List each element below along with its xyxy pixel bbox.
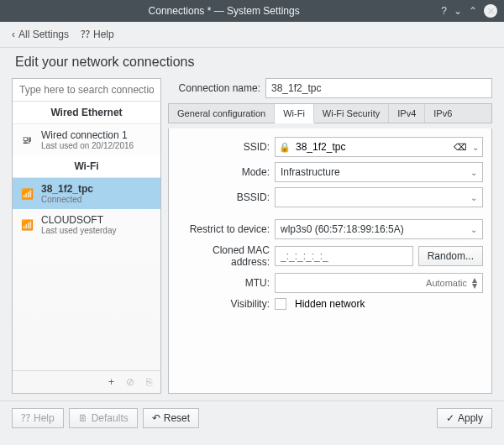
tabs: General configuration Wi-Fi Wi-Fi Securi… bbox=[168, 103, 492, 123]
wifi-icon: 📶 bbox=[19, 188, 34, 200]
mode-select[interactable]: Infrastructure ⌄ bbox=[275, 162, 483, 182]
chevron-down-icon: ⌄ bbox=[470, 168, 477, 177]
mtu-label: MTU: bbox=[177, 277, 270, 289]
lock-icon: 🔒 bbox=[279, 142, 291, 153]
restrict-label: Restrict to device: bbox=[177, 223, 270, 235]
main-panel: Connection name: General configuration W… bbox=[168, 78, 492, 394]
conn-name-label: Connection name: bbox=[168, 82, 260, 94]
apply-button[interactable]: ✓Apply bbox=[437, 408, 492, 428]
remove-connection-button[interactable]: ⊘ bbox=[126, 376, 134, 388]
mode-label: Mode: bbox=[177, 166, 270, 178]
clear-icon[interactable]: ⌫ bbox=[454, 142, 467, 153]
tab-ipv6[interactable]: IPv6 bbox=[425, 104, 460, 123]
conn-name-input[interactable] bbox=[265, 78, 492, 98]
page-title: Edit your network connections bbox=[0, 48, 504, 78]
restrict-device-select[interactable]: wlp3s0 (60:57:18:99:16:5A) ⌄ bbox=[275, 219, 483, 239]
document-icon: 🗎 bbox=[78, 412, 88, 424]
ethernet-icon: 🖳 bbox=[19, 134, 34, 146]
titlebar: Connections * — System Settings ? ⌄ ⌃ ✕ bbox=[0, 0, 504, 22]
help-icon: ⁇ bbox=[81, 29, 90, 40]
mtu-spinbox[interactable]: Automatic ▴▾ bbox=[275, 273, 483, 293]
random-mac-button[interactable]: Random... bbox=[418, 246, 483, 266]
mac-label: Cloned MAC address: bbox=[177, 244, 270, 268]
hidden-network-label: Hidden network bbox=[295, 298, 365, 310]
titlebar-controls: ? ⌄ ⌃ ✕ bbox=[441, 4, 497, 18]
breadcrumb-bar: ‹ All Settings ⁇ Help bbox=[0, 22, 504, 48]
help-icon: ⁇ bbox=[21, 412, 30, 424]
cloned-mac-input[interactable] bbox=[275, 246, 413, 266]
check-icon: ✓ bbox=[446, 412, 454, 424]
undo-icon: ↶ bbox=[152, 412, 160, 424]
tab-general[interactable]: General configuration bbox=[169, 104, 275, 123]
chevron-down-icon: ⌄ bbox=[470, 193, 477, 202]
add-connection-button[interactable]: + bbox=[108, 376, 114, 388]
close-icon[interactable]: ✕ bbox=[484, 4, 497, 18]
group-wifi-header: Wi-Fi bbox=[13, 155, 160, 178]
export-connection-button[interactable]: ⎘ bbox=[146, 376, 152, 388]
hidden-network-checkbox[interactable] bbox=[275, 298, 286, 310]
connections-sidebar: Wired Ethernet 🖳 Wired connection 1 Last… bbox=[12, 78, 161, 394]
ssid-combo[interactable]: 🔒 ⌫ ⌄ bbox=[275, 137, 483, 157]
help-link[interactable]: ⁇ Help bbox=[81, 29, 114, 40]
defaults-button[interactable]: 🗎Defaults bbox=[69, 408, 138, 428]
chevron-down-icon[interactable]: ⌄ bbox=[472, 143, 479, 152]
window-title: Connections * — System Settings bbox=[7, 5, 441, 17]
wifi-icon: 📶 bbox=[19, 219, 34, 231]
maximize-icon[interactable]: ⌃ bbox=[469, 5, 477, 17]
bssid-select[interactable]: ⌄ bbox=[275, 187, 483, 207]
spinbox-arrows[interactable]: ▴▾ bbox=[472, 277, 477, 289]
search-input[interactable] bbox=[13, 79, 160, 102]
help-icon[interactable]: ? bbox=[441, 5, 447, 17]
connection-item-wifi1[interactable]: 📶 38_1f2_tpc Connected bbox=[13, 178, 160, 209]
sidebar-actions: + ⊘ ⎘ bbox=[13, 370, 160, 393]
chevron-left-icon: ‹ bbox=[12, 29, 15, 40]
bssid-label: BSSID: bbox=[177, 191, 270, 203]
tab-wifi-security[interactable]: Wi-Fi Security bbox=[314, 104, 389, 123]
tab-ipv4[interactable]: IPv4 bbox=[389, 104, 425, 123]
tab-wifi[interactable]: Wi-Fi bbox=[275, 104, 314, 123]
minimize-icon[interactable]: ⌄ bbox=[454, 5, 462, 17]
wifi-panel: SSID: 🔒 ⌫ ⌄ Mode: Infrastructure ⌄ BSSID… bbox=[168, 128, 492, 394]
reset-button[interactable]: ↶Reset bbox=[143, 408, 199, 428]
connection-item-wifi2[interactable]: 📶 CLOUDSOFT Last used yesterday bbox=[13, 209, 160, 240]
content-area: Wired Ethernet 🖳 Wired connection 1 Last… bbox=[0, 78, 504, 400]
connection-item-wired1[interactable]: 🖳 Wired connection 1 Last used on 20/12/… bbox=[13, 124, 160, 155]
ssid-input[interactable] bbox=[296, 141, 449, 153]
ssid-label: SSID: bbox=[177, 141, 270, 153]
chevron-down-icon: ⌄ bbox=[470, 225, 477, 234]
group-wired-header: Wired Ethernet bbox=[13, 102, 160, 124]
visibility-label: Visibility: bbox=[177, 298, 270, 310]
bottom-bar: ⁇Help 🗎Defaults ↶Reset ✓Apply bbox=[0, 400, 504, 435]
back-all-settings[interactable]: ‹ All Settings bbox=[12, 29, 69, 40]
help-button[interactable]: ⁇Help bbox=[12, 408, 64, 428]
